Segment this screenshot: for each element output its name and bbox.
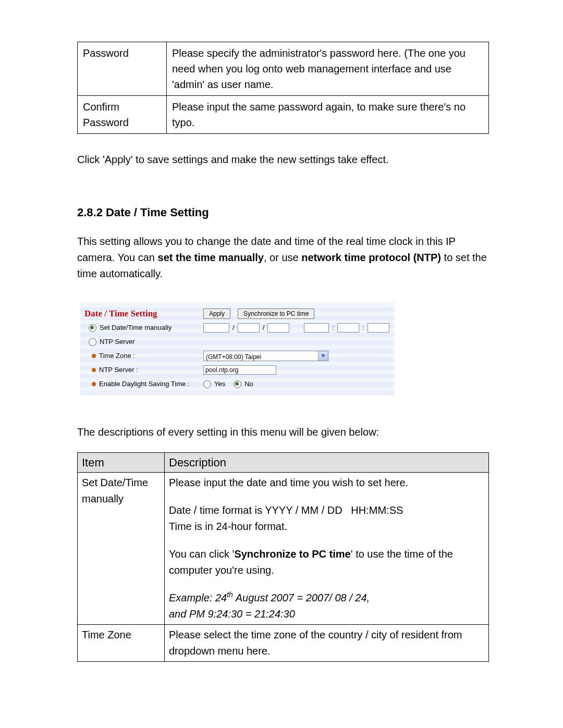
month-input[interactable] xyxy=(238,323,260,332)
ordinal-sup: th xyxy=(227,591,233,599)
example-line-2: and PM 9:24:30 = 21:24:30 xyxy=(169,608,295,620)
intro-paragraph: This setting allows you to change the da… xyxy=(77,233,489,282)
apply-sentence: Click 'Apply' to save settings and make … xyxy=(77,152,489,167)
descriptions-lead: The descriptions of every setting in thi… xyxy=(77,424,489,440)
bullet-icon xyxy=(92,354,96,358)
txt: August 2007 = 2007/ 08 / 24, xyxy=(233,592,370,603)
day-input[interactable] xyxy=(267,323,289,332)
apply-button[interactable]: Apply xyxy=(203,309,230,319)
sync-bold: Synchronize to PC time xyxy=(234,548,350,560)
dst-yes-radio[interactable] xyxy=(203,380,211,388)
section-number: 2.8.2 xyxy=(77,206,103,219)
time-zone-select[interactable]: (GMT+08:00) Taipei xyxy=(203,351,328,361)
manual-label: Set Date/Time manually xyxy=(100,323,172,333)
chevron-down-icon xyxy=(318,351,328,361)
txt: Time is in 24-hour format. xyxy=(169,521,287,532)
time-sep-2: : xyxy=(361,323,365,333)
section-title: Date / Time Setting xyxy=(106,206,209,219)
confirm-password-label: Confirm Password xyxy=(78,96,167,134)
txt: Please input the date and time you wish … xyxy=(169,477,408,488)
hour-input[interactable] xyxy=(304,323,329,332)
bullet-icon xyxy=(92,382,96,386)
dst-yes-label: Yes xyxy=(214,379,225,389)
section-heading: 2.8.2 Date / Time Setting xyxy=(77,204,489,221)
row-time-zone-desc: Please select the time zone of the count… xyxy=(165,625,489,662)
manual-radio[interactable] xyxy=(89,324,96,332)
password-label: Password xyxy=(78,42,167,96)
intro-bold-2: network time protocol (NTP) xyxy=(301,252,441,263)
second-input[interactable] xyxy=(368,323,389,332)
example-line-1: Example: 24th August 2007 = 2007/ 08 / 2… xyxy=(169,592,370,603)
txt: You can click ' xyxy=(169,548,234,560)
date-sep-1: / xyxy=(231,323,236,333)
datetime-panel: Date / Time Setting Apply Synchronize to… xyxy=(80,303,394,395)
password-desc: Please specify the administrator's passw… xyxy=(167,42,489,96)
time-sep-1: : xyxy=(331,323,335,333)
date-sep-2: / xyxy=(262,323,266,333)
intro-bold-1: set the time manually xyxy=(158,252,264,263)
intro-text-2: , or use xyxy=(264,252,301,263)
time-zone-label: Time Zone : xyxy=(99,351,135,361)
row-set-datetime-label: Set Date/Time manually xyxy=(78,472,165,625)
dst-no-label: No xyxy=(244,379,253,389)
time-zone-value: (GMT+08:00) Taipei xyxy=(204,351,318,361)
ntp-server-radio[interactable] xyxy=(89,338,96,346)
row-time-zone-label: Time Zone xyxy=(78,625,165,662)
panel-title: Date / Time Setting xyxy=(84,307,157,320)
col-description: Description xyxy=(165,452,489,472)
dst-label: Enable Daylight Saving Time : xyxy=(99,379,189,389)
txt: Example: 24 xyxy=(169,592,227,603)
confirm-password-desc: Please input the same password again, to… xyxy=(167,96,489,134)
dst-no-radio[interactable] xyxy=(234,380,241,388)
bullet-icon xyxy=(92,368,96,372)
minute-input[interactable] xyxy=(337,323,359,332)
ntp-server-field-label: NTP Server : xyxy=(99,365,138,375)
year-input[interactable] xyxy=(203,323,229,332)
col-item: Item xyxy=(78,452,165,472)
ntp-server-radio-label: NTP Server xyxy=(100,337,135,347)
txt: Date / time format is YYYY / MM / DD HH:… xyxy=(169,504,403,516)
ntp-server-input[interactable] xyxy=(203,365,276,375)
sync-pc-time-button[interactable]: Synchronize to PC time xyxy=(238,309,314,319)
settings-table: Item Description Set Date/Time manually … xyxy=(77,452,489,662)
password-table: Password Please specify the administrato… xyxy=(77,42,489,134)
row-set-datetime-desc: Please input the date and time you wish … xyxy=(165,472,489,625)
